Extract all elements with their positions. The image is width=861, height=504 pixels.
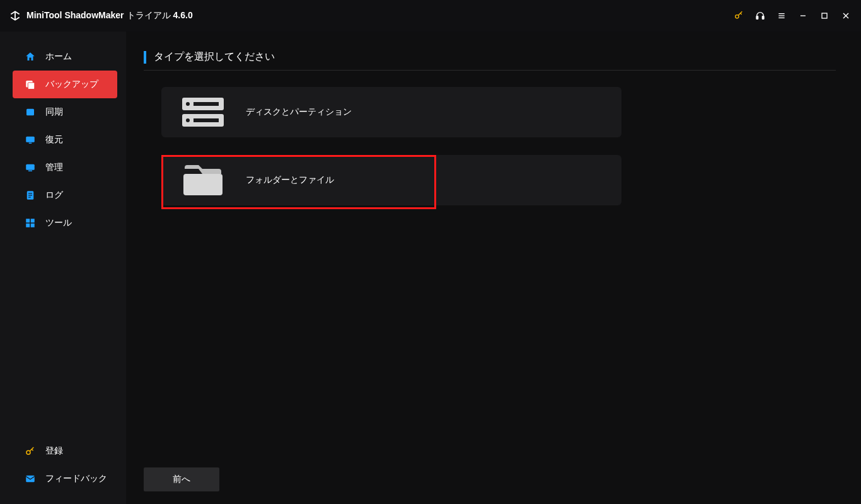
svg-rect-16	[28, 171, 32, 172]
svg-point-29	[186, 102, 190, 106]
option-folder-file[interactable]: フォルダーとファイル	[161, 155, 621, 205]
page-title-row: タイプを選択してください	[144, 50, 836, 71]
svg-point-25	[26, 450, 30, 454]
svg-rect-22	[31, 219, 35, 222]
main-content: タイプを選択してください ディスクとパーティション	[126, 32, 861, 504]
title-accent	[144, 51, 146, 64]
key-icon[interactable]	[731, 8, 746, 23]
log-icon	[24, 189, 37, 202]
svg-rect-14	[29, 143, 32, 144]
sidebar-item-restore[interactable]: 復元	[13, 126, 117, 154]
home-icon	[24, 50, 37, 63]
svg-rect-21	[26, 219, 30, 222]
sync-icon	[24, 106, 37, 118]
svg-rect-32	[194, 118, 219, 122]
menu-icon[interactable]	[774, 8, 789, 23]
svg-rect-24	[31, 224, 35, 227]
page-title: タイプを選択してください	[154, 50, 275, 64]
backup-icon	[24, 78, 37, 91]
sidebar-item-sync[interactable]: 同期	[13, 98, 117, 126]
sidebar: ホーム バックアップ 同期 復元	[0, 32, 126, 504]
svg-rect-26	[26, 476, 35, 483]
back-button-label: 前へ	[173, 474, 190, 485]
app-version: 4.6.0	[173, 10, 193, 20]
close-button[interactable]	[838, 8, 853, 23]
sidebar-item-tools[interactable]: ツール	[13, 209, 117, 237]
sidebar-item-label: ログ	[45, 190, 63, 201]
disk-icon	[180, 94, 226, 130]
sidebar-item-label: 登録	[45, 445, 63, 457]
sidebar-item-manage[interactable]: 管理	[13, 154, 117, 181]
titlebar: MiniTool ShadowMaker トライアル 4.6.0	[0, 0, 861, 32]
svg-rect-23	[26, 224, 30, 227]
svg-point-31	[186, 118, 190, 122]
headset-icon[interactable]	[753, 8, 768, 23]
restore-icon	[24, 134, 37, 146]
option-label: ディスクとパーティション	[246, 106, 352, 118]
svg-point-0	[736, 15, 739, 18]
titlebar-left: MiniTool ShadowMaker トライアル 4.6.0	[9, 9, 193, 22]
sidebar-item-label: 同期	[45, 106, 63, 118]
svg-rect-15	[26, 164, 35, 170]
sidebar-item-backup[interactable]: バックアップ	[13, 71, 117, 98]
backup-type-options: ディスクとパーティション フォルダーとファイル	[144, 87, 836, 205]
maximize-button[interactable]	[817, 8, 832, 23]
tools-icon	[24, 217, 37, 229]
sidebar-item-label: 管理	[45, 162, 63, 173]
sidebar-item-label: ホーム	[45, 51, 72, 62]
app-name: MiniTool ShadowMaker	[26, 10, 124, 20]
app-logo-icon	[9, 9, 21, 22]
option-disk-partition[interactable]: ディスクとパーティション	[161, 87, 621, 137]
svg-rect-30	[194, 102, 219, 106]
svg-rect-1	[756, 16, 758, 20]
svg-rect-33	[183, 174, 222, 195]
sidebar-item-label: 復元	[45, 134, 63, 146]
sidebar-item-home[interactable]: ホーム	[13, 43, 117, 71]
sidebar-item-label: バックアップ	[45, 79, 98, 90]
trial-label: トライアル	[127, 10, 171, 21]
sidebar-item-log[interactable]: ログ	[13, 181, 117, 209]
svg-rect-7	[822, 13, 827, 18]
sidebar-item-label: ツール	[45, 217, 72, 229]
titlebar-right	[731, 8, 853, 23]
feedback-icon	[24, 472, 37, 485]
svg-rect-12	[26, 109, 34, 116]
sidebar-item-feedback[interactable]: フィードバック	[13, 465, 117, 493]
key-icon	[24, 445, 37, 457]
option-label: フォルダーとファイル	[246, 175, 334, 186]
manage-icon	[24, 161, 37, 174]
svg-rect-11	[28, 83, 35, 89]
svg-rect-13	[26, 137, 35, 142]
back-button[interactable]: 前へ	[144, 467, 219, 491]
svg-rect-2	[762, 16, 764, 20]
minimize-button[interactable]	[795, 8, 811, 23]
sidebar-item-label: フィードバック	[45, 473, 107, 484]
footer-row: 前へ	[144, 455, 836, 491]
folder-icon	[180, 163, 226, 198]
sidebar-item-register[interactable]: 登録	[13, 437, 117, 465]
